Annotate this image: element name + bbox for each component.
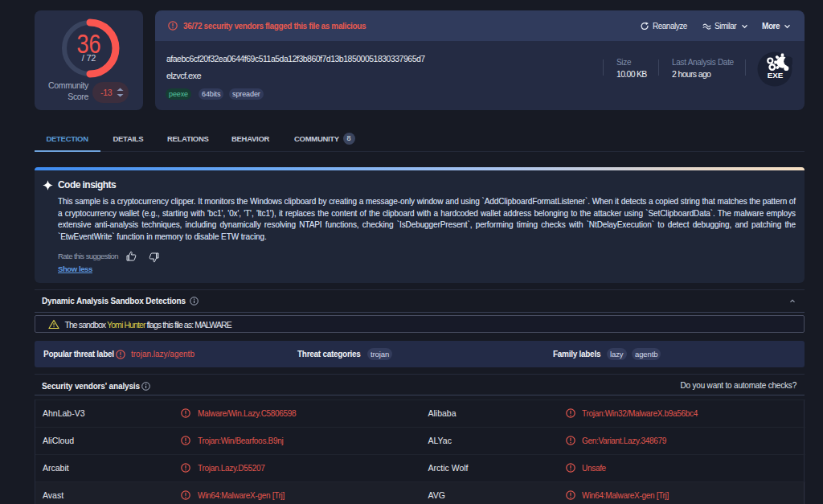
svg-text:EXE: EXE [768, 71, 784, 80]
